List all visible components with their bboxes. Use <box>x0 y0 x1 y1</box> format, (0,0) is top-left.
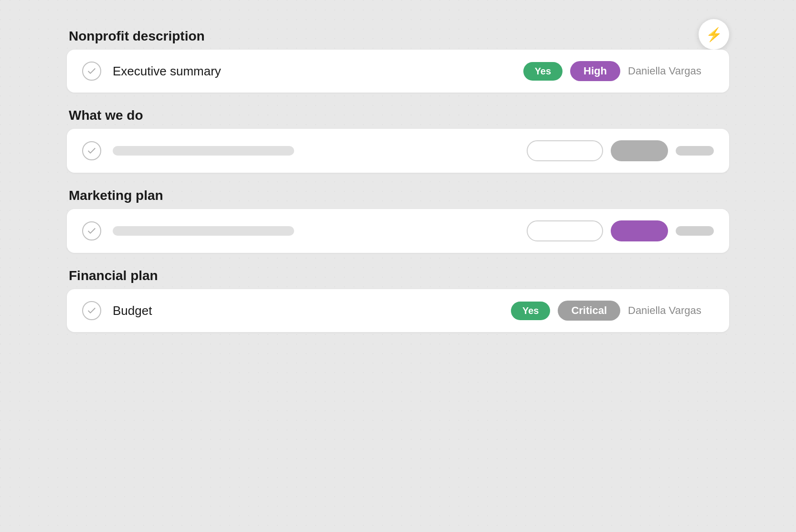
item-placeholder-what-we-do <box>113 146 294 156</box>
person-name-budget: Daniella Vargas <box>628 304 714 317</box>
badge-small-placeholder-2 <box>676 226 714 236</box>
badge-small-placeholder-1 <box>676 146 714 156</box>
badges-what-we-do <box>527 140 714 161</box>
badges-executive: Yes High Daniella Vargas <box>523 61 714 81</box>
item-placeholder-marketing <box>113 226 294 236</box>
badge-outline-placeholder-2 <box>527 220 603 241</box>
card-executive-summary: Executive summary Yes High Daniella Varg… <box>67 50 729 93</box>
card-budget: Budget Yes Critical Daniella Vargas <box>67 289 729 332</box>
card-marketing-plan <box>67 209 729 253</box>
section-financial-plan: Financial plan Budget Yes Critical Danie… <box>67 268 729 344</box>
item-title-budget: Budget <box>113 303 511 318</box>
badge-outline-placeholder-1 <box>527 140 603 161</box>
badges-budget: Yes Critical Daniella Vargas <box>511 301 714 321</box>
section-title-financial: Financial plan <box>67 268 729 283</box>
check-icon-executive <box>82 62 101 81</box>
badges-marketing <box>527 220 714 241</box>
check-icon-budget <box>82 301 101 320</box>
section-what-we-do: What we do <box>67 108 729 184</box>
checkmark-svg-2 <box>86 146 97 156</box>
card-what-we-do <box>67 129 729 173</box>
checkmark-svg <box>86 66 97 76</box>
section-title-marketing: Marketing plan <box>67 188 729 203</box>
main-container: Nonprofit description Executive summary … <box>67 29 729 347</box>
badge-priority-executive: High <box>570 61 620 81</box>
checkmark-svg-3 <box>86 226 97 236</box>
check-icon-marketing <box>82 221 101 240</box>
badge-yes-budget: Yes <box>511 302 550 320</box>
section-marketing-plan: Marketing plan <box>67 188 729 264</box>
person-name-executive: Daniella Vargas <box>628 65 714 77</box>
item-title-executive: Executive summary <box>113 64 523 79</box>
section-nonprofit-description: Nonprofit description Executive summary … <box>67 29 729 104</box>
badge-yes-executive: Yes <box>523 62 563 81</box>
badge-filled-gray-1 <box>611 140 668 161</box>
check-icon-what-we-do <box>82 141 101 160</box>
section-title-nonprofit: Nonprofit description <box>67 29 729 44</box>
section-title-what-we-do: What we do <box>67 108 729 123</box>
badge-priority-budget: Critical <box>558 301 620 321</box>
badge-filled-purple-1 <box>611 220 668 241</box>
checkmark-svg-4 <box>86 305 97 316</box>
